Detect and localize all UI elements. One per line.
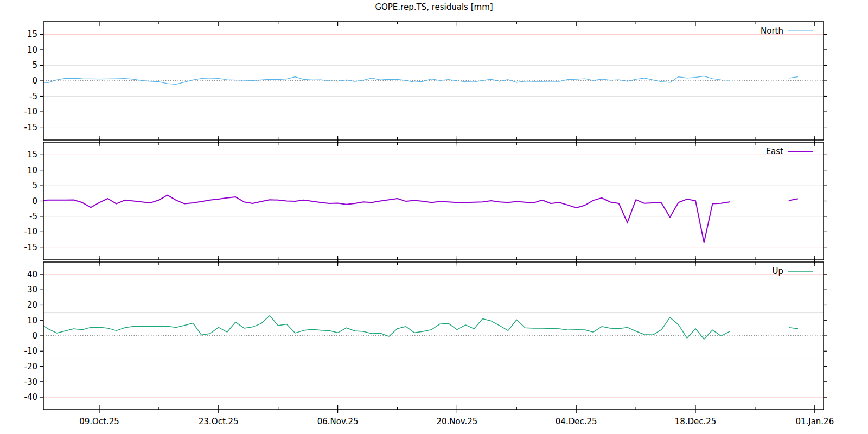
x-tick-label: 04.Dec.25 bbox=[556, 417, 597, 426]
y-tick-label: 10 bbox=[27, 165, 37, 175]
panel-frame bbox=[43, 262, 824, 410]
y-tick-label: 5 bbox=[32, 60, 37, 70]
y-tick-label: -5 bbox=[29, 212, 37, 221]
y-tick-label: 0 bbox=[32, 76, 37, 86]
y-tick-label: -10 bbox=[24, 107, 38, 117]
chart-figure: GOPE.rep.TS, residuals [mm] 151050-5-10-… bbox=[0, 0, 868, 434]
series-line-north bbox=[40, 76, 797, 84]
y-tick-label: -10 bbox=[24, 227, 38, 237]
chart-canvas: 151050-5-10-15North151050-5-10-15East403… bbox=[0, 0, 868, 434]
panel-frame bbox=[43, 142, 824, 260]
y-tick-label: 20 bbox=[27, 300, 37, 310]
x-tick-label: 20.Nov.25 bbox=[436, 417, 477, 426]
y-tick-label: 10 bbox=[27, 45, 37, 55]
y-tick-label: -40 bbox=[24, 392, 38, 402]
y-tick-label: 15 bbox=[27, 150, 37, 159]
legend-label-north: North bbox=[761, 26, 783, 36]
series-line-east bbox=[40, 195, 797, 243]
y-tick-label: -30 bbox=[24, 377, 38, 387]
panel-north: 151050-5-10-15North bbox=[24, 22, 828, 144]
y-tick-label: -10 bbox=[24, 346, 38, 356]
x-tick-label: 01.Jan.26 bbox=[795, 417, 834, 426]
x-tick-label: 18.Dec.25 bbox=[675, 417, 717, 426]
panel-frame bbox=[43, 22, 824, 140]
y-tick-label: -15 bbox=[24, 123, 38, 132]
panel-up: 403020100-10-20-30-40Up bbox=[24, 258, 828, 413]
legend-label-east: East bbox=[766, 146, 783, 156]
y-tick-label: -20 bbox=[24, 362, 38, 372]
x-tick-label: 23.Oct.25 bbox=[199, 417, 239, 426]
x-tick-label: 06.Nov.25 bbox=[317, 417, 359, 426]
y-tick-label: 30 bbox=[27, 285, 37, 295]
y-tick-label: 10 bbox=[27, 316, 37, 326]
x-tick-label: 09.Oct.25 bbox=[79, 417, 119, 426]
panel-east: 151050-5-10-15East bbox=[24, 138, 828, 264]
y-tick-label: -5 bbox=[29, 92, 37, 101]
y-tick-label: 15 bbox=[27, 29, 37, 39]
y-tick-label: 0 bbox=[32, 196, 37, 206]
legend-label-up: Up bbox=[772, 266, 783, 276]
y-tick-label: 0 bbox=[32, 331, 37, 341]
y-tick-label: 40 bbox=[27, 270, 37, 279]
y-tick-label: 5 bbox=[32, 181, 37, 190]
y-tick-label: -15 bbox=[24, 242, 38, 252]
